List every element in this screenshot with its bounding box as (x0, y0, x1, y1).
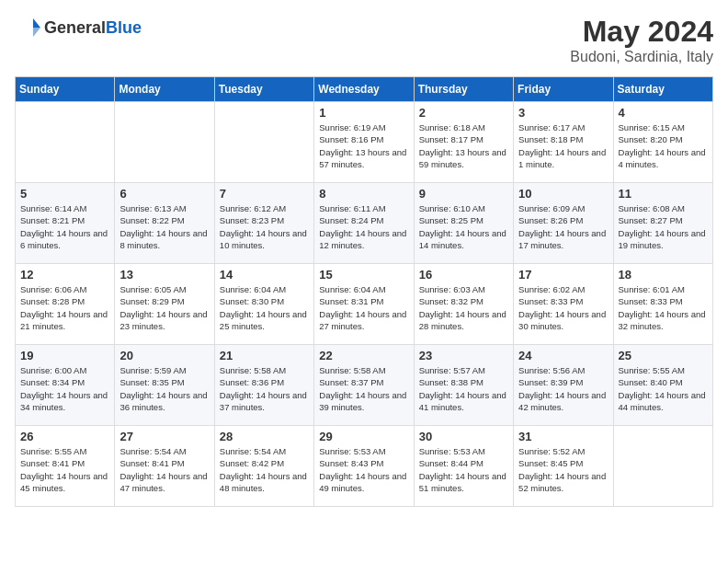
day-header-row: SundayMondayTuesdayWednesdayThursdayFrid… (16, 77, 713, 102)
calendar-cell (613, 426, 712, 507)
cell-text: Sunrise: 6:04 AM Sunset: 8:30 PM Dayligh… (220, 283, 309, 332)
header: GeneralBlue May 2024 Budoni, Sardinia, I… (15, 15, 713, 65)
day-number: 3 (518, 106, 608, 120)
day-number: 10 (518, 187, 608, 201)
day-number: 2 (419, 106, 508, 120)
calendar-cell: 30Sunrise: 5:53 AM Sunset: 8:44 PM Dayli… (414, 426, 513, 507)
cell-text: Sunrise: 5:55 AM Sunset: 8:41 PM Dayligh… (20, 445, 109, 494)
calendar-cell: 23Sunrise: 5:57 AM Sunset: 8:38 PM Dayli… (414, 345, 513, 426)
day-number: 24 (518, 349, 608, 362)
day-number: 7 (220, 187, 309, 201)
cell-text: Sunrise: 6:10 AM Sunset: 8:25 PM Dayligh… (419, 202, 508, 251)
day-number: 25 (619, 349, 708, 362)
day-number: 28 (220, 430, 309, 443)
day-number: 5 (20, 187, 109, 201)
day-number: 6 (119, 187, 209, 201)
cell-text: Sunrise: 6:11 AM Sunset: 8:24 PM Dayligh… (319, 202, 408, 251)
calendar-cell: 21Sunrise: 5:58 AM Sunset: 8:36 PM Dayli… (214, 345, 313, 426)
cell-text: Sunrise: 6:09 AM Sunset: 8:26 PM Dayligh… (518, 202, 608, 251)
cell-text: Sunrise: 5:54 AM Sunset: 8:42 PM Dayligh… (220, 445, 309, 494)
calendar-cell: 9Sunrise: 6:10 AM Sunset: 8:25 PM Daylig… (414, 183, 513, 264)
week-row-5: 26Sunrise: 5:55 AM Sunset: 8:41 PM Dayli… (16, 426, 713, 507)
calendar-cell: 26Sunrise: 5:55 AM Sunset: 8:41 PM Dayli… (16, 426, 115, 507)
cell-text: Sunrise: 6:13 AM Sunset: 8:22 PM Dayligh… (119, 202, 209, 251)
logo: GeneralBlue (15, 15, 142, 40)
month-title: May 2024 (570, 15, 713, 49)
calendar-cell: 5Sunrise: 6:14 AM Sunset: 8:21 PM Daylig… (16, 183, 115, 264)
cell-text: Sunrise: 6:15 AM Sunset: 8:20 PM Dayligh… (619, 121, 708, 170)
calendar-cell: 25Sunrise: 5:55 AM Sunset: 8:40 PM Dayli… (613, 345, 712, 426)
calendar-cell (115, 102, 214, 183)
day-number: 15 (319, 268, 408, 282)
calendar-cell: 12Sunrise: 6:06 AM Sunset: 8:28 PM Dayli… (16, 264, 115, 345)
calendar-cell (16, 102, 115, 183)
calendar-cell: 6Sunrise: 6:13 AM Sunset: 8:22 PM Daylig… (115, 183, 214, 264)
cell-text: Sunrise: 5:59 AM Sunset: 8:35 PM Dayligh… (119, 364, 209, 413)
day-number: 9 (419, 187, 508, 201)
logo-text: GeneralBlue (44, 18, 142, 38)
cell-text: Sunrise: 6:02 AM Sunset: 8:33 PM Dayligh… (518, 283, 608, 332)
calendar-cell: 17Sunrise: 6:02 AM Sunset: 8:33 PM Dayli… (514, 264, 613, 345)
cell-text: Sunrise: 5:57 AM Sunset: 8:38 PM Dayligh… (419, 364, 508, 413)
cell-text: Sunrise: 6:19 AM Sunset: 8:16 PM Dayligh… (319, 121, 408, 170)
cell-text: Sunrise: 5:58 AM Sunset: 8:37 PM Dayligh… (319, 364, 408, 413)
calendar-cell: 20Sunrise: 5:59 AM Sunset: 8:35 PM Dayli… (115, 345, 214, 426)
day-header-monday: Monday (115, 77, 214, 102)
day-number: 29 (319, 430, 408, 443)
cell-text: Sunrise: 6:17 AM Sunset: 8:18 PM Dayligh… (518, 121, 608, 170)
cell-text: Sunrise: 6:14 AM Sunset: 8:21 PM Dayligh… (20, 202, 109, 251)
calendar-cell: 16Sunrise: 6:03 AM Sunset: 8:32 PM Dayli… (414, 264, 513, 345)
day-number: 12 (20, 268, 109, 282)
calendar-cell: 10Sunrise: 6:09 AM Sunset: 8:26 PM Dayli… (514, 183, 613, 264)
week-row-3: 12Sunrise: 6:06 AM Sunset: 8:28 PM Dayli… (16, 264, 713, 345)
cell-text: Sunrise: 6:00 AM Sunset: 8:34 PM Dayligh… (20, 364, 109, 413)
day-number: 14 (220, 268, 309, 282)
day-header-sunday: Sunday (16, 77, 115, 102)
cell-text: Sunrise: 6:04 AM Sunset: 8:31 PM Dayligh… (319, 283, 408, 332)
day-number: 20 (119, 349, 209, 362)
day-header-saturday: Saturday (613, 77, 712, 102)
cell-text: Sunrise: 6:08 AM Sunset: 8:27 PM Dayligh… (619, 202, 708, 251)
day-number: 22 (319, 349, 408, 362)
calendar-cell: 3Sunrise: 6:17 AM Sunset: 8:18 PM Daylig… (514, 102, 613, 183)
day-number: 21 (220, 349, 309, 362)
calendar-cell: 28Sunrise: 5:54 AM Sunset: 8:42 PM Dayli… (214, 426, 313, 507)
day-header-tuesday: Tuesday (214, 77, 313, 102)
cell-text: Sunrise: 6:01 AM Sunset: 8:33 PM Dayligh… (619, 283, 708, 332)
day-number: 8 (319, 187, 408, 201)
calendar-cell: 29Sunrise: 5:53 AM Sunset: 8:43 PM Dayli… (314, 426, 414, 507)
day-number: 27 (119, 430, 209, 443)
cell-text: Sunrise: 6:18 AM Sunset: 8:17 PM Dayligh… (419, 121, 508, 170)
week-row-4: 19Sunrise: 6:00 AM Sunset: 8:34 PM Dayli… (16, 345, 713, 426)
day-number: 19 (20, 349, 109, 362)
cell-text: Sunrise: 6:06 AM Sunset: 8:28 PM Dayligh… (20, 283, 109, 332)
cell-text: Sunrise: 6:03 AM Sunset: 8:32 PM Dayligh… (419, 283, 508, 332)
logo-icon (15, 15, 40, 40)
cell-text: Sunrise: 5:52 AM Sunset: 8:45 PM Dayligh… (518, 445, 608, 494)
calendar-cell: 4Sunrise: 6:15 AM Sunset: 8:20 PM Daylig… (613, 102, 712, 183)
calendar-cell: 19Sunrise: 6:00 AM Sunset: 8:34 PM Dayli… (16, 345, 115, 426)
calendar-cell: 18Sunrise: 6:01 AM Sunset: 8:33 PM Dayli… (613, 264, 712, 345)
calendar-cell: 2Sunrise: 6:18 AM Sunset: 8:17 PM Daylig… (414, 102, 513, 183)
calendar-cell: 14Sunrise: 6:04 AM Sunset: 8:30 PM Dayli… (214, 264, 313, 345)
cell-text: Sunrise: 5:54 AM Sunset: 8:41 PM Dayligh… (119, 445, 209, 494)
day-number: 26 (20, 430, 109, 443)
day-number: 11 (619, 187, 708, 201)
week-row-2: 5Sunrise: 6:14 AM Sunset: 8:21 PM Daylig… (16, 183, 713, 264)
calendar-cell: 22Sunrise: 5:58 AM Sunset: 8:37 PM Dayli… (314, 345, 414, 426)
day-number: 17 (518, 268, 608, 282)
svg-marker-2 (33, 28, 40, 37)
cell-text: Sunrise: 5:55 AM Sunset: 8:40 PM Dayligh… (619, 364, 708, 413)
calendar-cell (214, 102, 313, 183)
day-number: 16 (419, 268, 508, 282)
cell-text: Sunrise: 6:05 AM Sunset: 8:29 PM Dayligh… (119, 283, 209, 332)
calendar-cell: 13Sunrise: 6:05 AM Sunset: 8:29 PM Dayli… (115, 264, 214, 345)
cell-text: Sunrise: 5:56 AM Sunset: 8:39 PM Dayligh… (518, 364, 608, 413)
cell-text: Sunrise: 6:12 AM Sunset: 8:23 PM Dayligh… (220, 202, 309, 251)
day-header-thursday: Thursday (414, 77, 513, 102)
day-number: 13 (119, 268, 209, 282)
calendar-cell: 7Sunrise: 6:12 AM Sunset: 8:23 PM Daylig… (214, 183, 313, 264)
day-number: 23 (419, 349, 508, 362)
week-row-1: 1Sunrise: 6:19 AM Sunset: 8:16 PM Daylig… (16, 102, 713, 183)
calendar-cell: 31Sunrise: 5:52 AM Sunset: 8:45 PM Dayli… (514, 426, 613, 507)
